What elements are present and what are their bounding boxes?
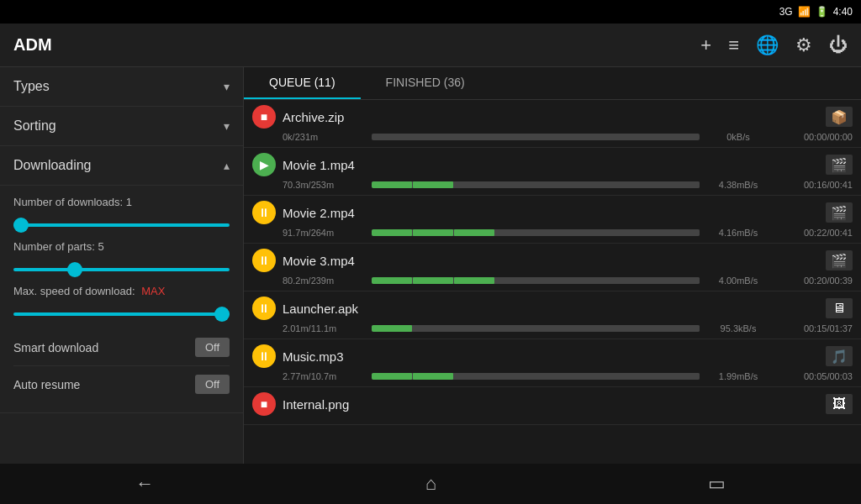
download-item[interactable]: ■ Archive.zip 📦 0k/231m 0kB/s 00:00/00:0… (244, 100, 861, 148)
progress-segment-empty (659, 325, 700, 332)
progress-bar (372, 277, 700, 284)
download-row-top: ▶ Movie 1.mp4 🎬 (252, 153, 853, 176)
progress-segment (413, 181, 453, 188)
progress-segment-empty (577, 229, 617, 236)
download-status-icon: ⏸ (252, 297, 276, 320)
auto-resume-toggle[interactable]: Off (195, 375, 230, 394)
speed-text: 0kB/s (705, 132, 772, 142)
sidebar: Types ▾ Sorting ▾ Downloading ▴ Number o… (0, 67, 244, 464)
progress-segment (413, 229, 453, 236)
download-row-progress: 2.01m/11.1m 95.3kB/s 00:15/01:37 (283, 323, 853, 333)
num-downloads-slider[interactable] (13, 223, 230, 227)
download-item[interactable]: ⏸ Movie 2.mp4 🎬 91.7m/264m 4.16mB/s 00:2… (244, 196, 861, 244)
num-parts-slider-container (13, 260, 230, 275)
max-speed-slider[interactable] (13, 312, 230, 316)
progress-text: 0k/231m (283, 132, 367, 142)
back-button[interactable]: ← (110, 466, 179, 501)
progress-segment-empty (659, 181, 700, 188)
sorting-section-header[interactable]: Sorting ▾ (0, 107, 243, 146)
time-text: 00:22/00:41 (777, 228, 853, 238)
battery-icon: 🔋 (816, 6, 828, 18)
max-speed-value: MAX (141, 285, 165, 297)
progress-segment-empty (536, 181, 577, 188)
progress-bar (372, 134, 700, 140)
download-status-icon: ⏸ (252, 344, 276, 368)
progress-segment-empty (495, 277, 536, 284)
downloading-label: Downloading (13, 158, 92, 173)
progress-segment-empty (495, 325, 536, 332)
smart-download-label: Smart download (13, 341, 98, 354)
types-section-header[interactable]: Types ▾ (0, 67, 243, 107)
auto-resume-row: Auto resume Off (13, 366, 230, 402)
globe-button[interactable]: 🌐 (756, 34, 779, 56)
progress-bar (372, 229, 700, 236)
max-speed-slider-container (13, 304, 230, 319)
add-button[interactable]: + (700, 34, 711, 56)
progress-segment-empty (618, 277, 658, 284)
recent-button[interactable]: ▭ (683, 466, 751, 501)
progress-segment-empty (659, 229, 700, 236)
home-button[interactable]: ⌂ (400, 466, 462, 501)
bottom-nav: ← ⌂ ▭ (0, 464, 861, 504)
download-item[interactable]: ▶ Movie 1.mp4 🎬 70.3m/253m 4.38mB/s 00:1… (244, 148, 861, 196)
num-parts-label: Number of parts: 5 (13, 240, 230, 253)
types-chevron-icon: ▾ (224, 80, 230, 93)
download-row-top: ⏸ Music.mp3 🎵 (252, 344, 853, 368)
time-text: 00:20/00:39 (777, 276, 853, 286)
progress-segment-empty (495, 229, 536, 236)
time-text: 00:15/01:37 (777, 323, 853, 333)
auto-resume-label: Auto resume (13, 378, 80, 391)
progress-segments (372, 229, 700, 236)
progress-segments (372, 277, 700, 284)
time-display: 4:40 (833, 6, 853, 18)
sorting-chevron-icon: ▾ (224, 119, 230, 133)
progress-segment (413, 373, 453, 380)
sorting-label: Sorting (13, 118, 56, 134)
progress-bar (372, 181, 700, 188)
toolbar: ADM + ≡ 🌐 ⚙ ⏻ (0, 24, 861, 67)
download-row-top: ⏸ Movie 2.mp4 🎬 (252, 201, 853, 224)
progress-segment-empty (577, 325, 617, 332)
progress-segment-empty (495, 181, 536, 188)
download-thumbnail: 🎵 (826, 346, 853, 366)
speed-text: 4.16mB/s (705, 228, 772, 238)
downloading-content: Number of downloads: 1 Number of parts: … (0, 186, 243, 413)
content-area: QUEUE (11) FINISHED (36) ■ Archive.zip 📦… (244, 67, 861, 464)
download-filename: Movie 2.mp4 (283, 206, 819, 220)
download-item[interactable]: ⏸ Music.mp3 🎵 2.77m/10.7m 1.99mB/s 00:05… (244, 339, 861, 387)
speed-text: 1.99mB/s (705, 371, 772, 381)
tab-finished[interactable]: FINISHED (36) (361, 67, 490, 99)
progress-segments (372, 325, 700, 332)
download-filename: Launcher.apk (283, 302, 819, 316)
download-item[interactable]: ■ Internal.png 🖼 (244, 387, 861, 425)
speed-text: 4.38mB/s (705, 180, 772, 190)
download-row-top: ■ Archive.zip 📦 (252, 105, 853, 129)
downloading-section-header[interactable]: Downloading ▴ (0, 146, 243, 186)
download-row-progress: 2.77m/10.7m 1.99mB/s 00:05/00:03 (283, 371, 853, 381)
status-bar: 3G 📶 🔋 4:40 (0, 0, 861, 24)
progress-text: 2.01m/11.1m (283, 323, 367, 333)
num-parts-slider[interactable] (13, 268, 230, 271)
menu-button[interactable]: ≡ (728, 34, 739, 56)
download-item[interactable]: ⏸ Movie 3.mp4 🎬 80.2m/239m 4.00mB/s 00:2… (244, 244, 861, 291)
signal-icon: 📶 (798, 6, 811, 18)
progress-text: 70.3m/253m (283, 180, 367, 190)
download-filename: Movie 3.mp4 (283, 254, 819, 268)
progress-segment (372, 181, 412, 188)
download-item[interactable]: ⏸ Launcher.apk 🖥 2.01m/11.1m 95.3kB/s 00… (244, 291, 861, 339)
progress-segment (372, 373, 412, 380)
download-row-top: ⏸ Movie 3.mp4 🎬 (252, 249, 853, 272)
download-row-progress: 80.2m/239m 4.00mB/s 00:20/00:39 (283, 276, 853, 286)
settings-button[interactable]: ⚙ (795, 34, 812, 56)
downloads-list: ■ Archive.zip 📦 0k/231m 0kB/s 00:00/00:0… (244, 100, 861, 464)
progress-segment-empty (413, 325, 453, 332)
progress-segment-empty (536, 229, 577, 236)
power-button[interactable]: ⏻ (829, 34, 848, 56)
download-row-progress: 91.7m/264m 4.16mB/s 00:22/00:41 (283, 228, 853, 238)
time-text: 00:00/00:00 (777, 132, 853, 142)
download-filename: Archive.zip (283, 110, 819, 124)
progress-segment-empty (536, 325, 577, 332)
smart-download-toggle[interactable]: Off (195, 338, 230, 357)
tab-queue[interactable]: QUEUE (11) (244, 67, 361, 99)
download-filename: Movie 1.mp4 (283, 158, 819, 172)
